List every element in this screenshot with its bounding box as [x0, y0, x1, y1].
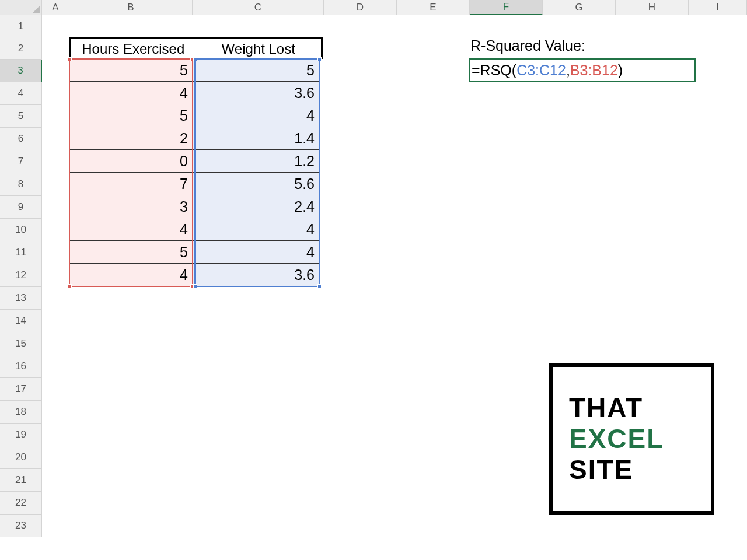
row-header-7[interactable]: 7	[0, 150, 42, 173]
row-header-16[interactable]: 16	[0, 355, 42, 378]
column-header-e[interactable]: E	[397, 0, 470, 15]
cell-c6[interactable]: 1.4	[193, 127, 319, 150]
logo-line-1: THAT	[569, 393, 711, 424]
logo-line-2: EXCEL	[569, 424, 711, 454]
row-header-10[interactable]: 10	[0, 219, 42, 242]
row-header-12[interactable]: 12	[0, 264, 42, 287]
row-header-14[interactable]: 14	[0, 310, 42, 332]
cell-c12[interactable]: 3.6	[193, 264, 319, 286]
cell-c11[interactable]: 4	[193, 241, 319, 264]
formula-close-paren: )	[618, 62, 623, 79]
column-header-b[interactable]: B	[69, 0, 193, 15]
cell-b7[interactable]: 0	[69, 150, 193, 173]
row-header-6[interactable]: 6	[0, 128, 42, 150]
cell-c3[interactable]: 5	[193, 59, 319, 82]
column-hours-exercised: 5452073454	[69, 59, 193, 286]
row-header-column: 1234567891011121314151617181920212223	[0, 15, 42, 537]
cell-c9[interactable]: 2.4	[193, 195, 319, 218]
formula-arg-2: B3:B12	[570, 62, 618, 79]
column-weight-lost: 53.641.41.25.62.4443.6	[193, 59, 319, 286]
row-header-9[interactable]: 9	[0, 196, 42, 219]
table-body: 5452073454 53.641.41.25.62.4443.6	[69, 59, 323, 286]
formula-function-name: RSQ	[480, 62, 512, 79]
row-header-3[interactable]: 3	[0, 60, 42, 82]
cell-b6[interactable]: 2	[69, 127, 193, 150]
data-table: Hours Exercised Weight Lost 5452073454 5…	[69, 37, 323, 286]
text-cursor-icon	[623, 62, 623, 78]
cell-b5[interactable]: 5	[69, 104, 193, 127]
formula-equals: =	[472, 62, 480, 79]
row-header-4[interactable]: 4	[0, 82, 42, 105]
row-header-17[interactable]: 17	[0, 378, 42, 401]
row-header-18[interactable]: 18	[0, 401, 42, 424]
row-header-23[interactable]: 23	[0, 514, 42, 537]
formula-comma: ,	[566, 62, 570, 79]
cell-b11[interactable]: 5	[69, 241, 193, 264]
formula-open-paren: (	[512, 62, 516, 79]
rsq-label[interactable]: R-Squared Value:	[470, 37, 585, 54]
cell-c5[interactable]: 4	[193, 104, 319, 127]
row-header-22[interactable]: 22	[0, 492, 42, 514]
column-header-row: ABCDEFGHI	[0, 0, 747, 15]
cell-b4[interactable]: 4	[69, 82, 193, 104]
row-header-15[interactable]: 15	[0, 332, 42, 355]
row-header-5[interactable]: 5	[0, 105, 42, 128]
cell-c7[interactable]: 1.2	[193, 150, 319, 173]
header-hours-exercised[interactable]: Hours Exercised	[71, 39, 196, 59]
cell-b10[interactable]: 4	[69, 218, 193, 241]
logo-line-3: SITE	[569, 454, 711, 485]
row-header-19[interactable]: 19	[0, 424, 42, 446]
cell-b12[interactable]: 4	[69, 264, 193, 286]
row-header-1[interactable]: 1	[0, 15, 42, 37]
column-header-c[interactable]: C	[193, 0, 324, 15]
row-header-21[interactable]: 21	[0, 469, 42, 492]
cell-b9[interactable]: 3	[69, 195, 193, 218]
row-header-11[interactable]: 11	[0, 242, 42, 264]
cell-c10[interactable]: 4	[193, 218, 319, 241]
site-logo: THAT EXCEL SITE	[549, 363, 714, 514]
formula-editing-cell[interactable]: = RSQ ( C3:C12 , B3:B12 )	[469, 58, 696, 82]
column-header-g[interactable]: G	[543, 0, 616, 15]
cell-b3[interactable]: 5	[69, 59, 193, 82]
cell-c8[interactable]: 5.6	[193, 173, 319, 195]
cell-b8[interactable]: 7	[69, 173, 193, 195]
row-header-8[interactable]: 8	[0, 173, 42, 196]
column-header-h[interactable]: H	[616, 0, 689, 15]
row-header-20[interactable]: 20	[0, 446, 42, 469]
cell-c4[interactable]: 3.6	[193, 82, 319, 104]
formula-arg-1: C3:C12	[516, 62, 566, 79]
select-all-corner[interactable]	[0, 0, 42, 15]
table-header-row: Hours Exercised Weight Lost	[69, 37, 323, 59]
column-header-a[interactable]: A	[42, 0, 69, 15]
row-header-2[interactable]: 2	[0, 37, 42, 60]
row-header-13[interactable]: 13	[0, 287, 42, 310]
column-header-i[interactable]: I	[689, 0, 747, 15]
column-header-f[interactable]: F	[470, 0, 543, 15]
header-weight-lost[interactable]: Weight Lost	[196, 39, 322, 59]
column-header-d[interactable]: D	[324, 0, 397, 15]
